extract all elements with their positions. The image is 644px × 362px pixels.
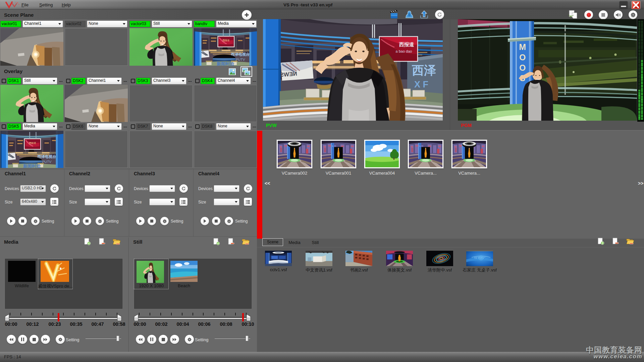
svg-text:西泽: 西泽 [412,64,436,77]
svg-text:X F: X F [414,79,428,89]
svg-text:西报道: 西报道 [399,42,415,47]
svg-text:M: M [519,42,526,52]
svg-text:O: O [519,63,526,72]
svg-text:NEWS: NEWS [280,71,297,78]
svg-text:O: O [519,53,526,62]
svg-text:a bao dao: a bao dao [396,49,412,53]
